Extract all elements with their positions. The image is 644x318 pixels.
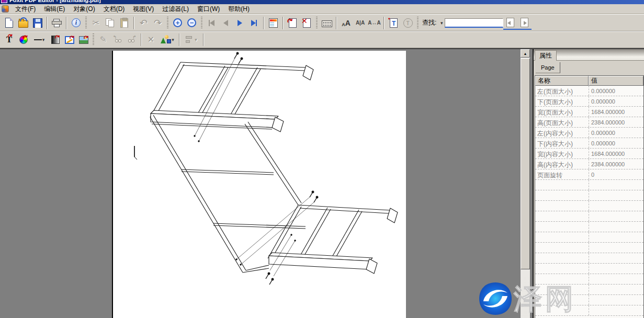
add-shading-button[interactable]: ↷: [48, 33, 62, 47]
column-header-name[interactable]: 名称: [535, 76, 589, 86]
table-row[interactable]: 下(内容大小)0.000000: [535, 138, 643, 149]
toolbar-drag-handle[interactable]: [201, 17, 202, 29]
table-row[interactable]: 左(内容大小)0.000000: [535, 128, 643, 138]
vertical-scrollbar[interactable]: ▲: [521, 49, 530, 318]
prop-value[interactable]: 1684.000000: [589, 107, 643, 117]
cut-button[interactable]: ✂: [89, 16, 103, 30]
table-row[interactable]: 下(页面大小)0.000000: [535, 96, 643, 107]
table-row[interactable]: 宽(内容大小)1684.000000: [535, 149, 643, 159]
edit-image-button[interactable]: ↷: [62, 33, 76, 47]
save-button[interactable]: [30, 16, 44, 30]
table-row-empty[interactable]: [535, 180, 643, 190]
toolbar-drag-handle[interactable]: [417, 17, 419, 29]
char-spacing-button[interactable]: A↔A: [367, 16, 381, 30]
delete-page-button[interactable]: ✕: [300, 16, 314, 30]
document-workspace[interactable]: ▲ 属性 Page 名称 值 左(页面大小)0.000000 下(页面大小)0.…: [0, 48, 644, 318]
group-front-icon: ↱: [127, 36, 137, 44]
last-page-button[interactable]: [247, 16, 261, 30]
menu-object[interactable]: 对象(O): [69, 4, 99, 15]
menu-document[interactable]: 文档(D): [99, 4, 129, 15]
bring-forward-button[interactable]: ↱: [125, 33, 139, 47]
previous-page-button[interactable]: [219, 16, 233, 30]
lasso-edit-button[interactable]: ✎: [96, 33, 110, 47]
table-row-empty[interactable]: [535, 190, 643, 201]
rotate-page-button[interactable]: ↷: [286, 16, 300, 30]
table-row-empty[interactable]: [535, 222, 643, 232]
zoom-out-button[interactable]: −: [185, 16, 199, 30]
table-row-empty[interactable]: [535, 305, 643, 316]
toolbar-drag-handle[interactable]: [85, 17, 87, 29]
add-text-button[interactable]: T↷: [2, 33, 16, 47]
copy-button[interactable]: [103, 16, 117, 30]
red-star-icon: *: [388, 17, 390, 22]
find-dropdown-button[interactable]: ▾: [438, 19, 445, 27]
line-tool-button[interactable]: ▾: [30, 33, 48, 47]
menu-help[interactable]: 帮助(H): [224, 4, 254, 15]
undo-button[interactable]: ↶: [137, 16, 151, 30]
find-previous-button[interactable]: [503, 16, 517, 30]
prop-value[interactable]: 0.000000: [589, 96, 643, 106]
document-info-button[interactable]: i: [69, 16, 83, 30]
add-text-object-button[interactable]: T*: [387, 16, 401, 30]
table-row-empty[interactable]: [535, 211, 643, 222]
find-input[interactable]: [445, 18, 503, 28]
open-button[interactable]: [16, 16, 30, 30]
page-layout-button[interactable]: [266, 16, 280, 30]
menu-window[interactable]: 窗口(W): [193, 4, 224, 15]
add-image-button[interactable]: ↷: [76, 33, 91, 47]
table-row[interactable]: 高(内容大小)2384.000000: [535, 159, 643, 169]
column-header-value[interactable]: 值: [589, 76, 643, 86]
align-button[interactable]: ▾: [182, 33, 201, 47]
first-page-button[interactable]: [205, 16, 219, 30]
font-size-button[interactable]: AA: [339, 16, 353, 30]
scrollbar-thumb[interactable]: [521, 58, 530, 269]
find-next-button[interactable]: [517, 16, 532, 30]
delete-object-button[interactable]: ✕: [144, 33, 158, 47]
panel-title[interactable]: 属性: [535, 50, 557, 61]
table-row-empty[interactable]: [535, 232, 643, 243]
menu-filter[interactable]: 过滤器(L): [158, 4, 193, 15]
prop-value[interactable]: 2384.000000: [589, 117, 643, 127]
table-row-empty[interactable]: [535, 201, 643, 211]
paste-button[interactable]: [117, 16, 131, 30]
prop-value[interactable]: 1684.000000: [589, 149, 643, 158]
document-icon[interactable]: [2, 5, 9, 13]
prop-value[interactable]: 0: [589, 169, 643, 179]
shapes-button[interactable]: ▾: [158, 33, 177, 47]
table-row-empty[interactable]: [535, 274, 643, 285]
menu-view[interactable]: 视图(V): [129, 4, 158, 15]
send-backward-button[interactable]: ↰: [110, 33, 125, 47]
table-row-empty[interactable]: [535, 295, 643, 305]
prop-value[interactable]: 0.000000: [589, 86, 643, 96]
print-button[interactable]: [50, 16, 64, 30]
table-row-empty[interactable]: [535, 243, 643, 253]
char-kerning-button[interactable]: A|A: [353, 16, 367, 30]
pdf-page-canvas[interactable]: [112, 51, 406, 318]
new-document-button[interactable]: [2, 16, 16, 30]
zoom-in-button[interactable]: +: [171, 16, 185, 30]
table-row[interactable]: 宽(页面大小)1684.000000: [535, 107, 643, 117]
redo-button[interactable]: ↷: [151, 16, 165, 30]
prop-value[interactable]: 0.000000: [589, 128, 643, 138]
table-row[interactable]: 页面旋转0: [535, 169, 643, 180]
menu-edit[interactable]: 编辑(E): [40, 4, 69, 15]
scroll-up-button[interactable]: ▲: [521, 49, 530, 58]
prop-value[interactable]: 2384.000000: [589, 159, 643, 169]
next-page-button[interactable]: [233, 16, 247, 30]
table-row-empty[interactable]: [535, 264, 643, 274]
tab-page[interactable]: Page: [536, 62, 560, 73]
table-row-empty[interactable]: [535, 253, 643, 264]
toolbar-drag-handle[interactable]: [93, 33, 94, 46]
add-color-button[interactable]: ↷: [16, 33, 30, 47]
toolbar-drag-handle[interactable]: [167, 17, 168, 29]
table-row[interactable]: 高(页面大小)2384.000000: [535, 117, 643, 128]
keyboard-input-button[interactable]: [320, 16, 334, 30]
table-row-empty[interactable]: [535, 285, 643, 295]
text-mode-button[interactable]: T: [401, 16, 415, 30]
table-row[interactable]: 左(页面大小)0.000000: [535, 86, 643, 96]
blue-t-icon: T: [392, 20, 396, 27]
prop-value[interactable]: 0.000000: [589, 138, 643, 148]
menu-file[interactable]: 文件(F): [11, 4, 40, 15]
toolbar-drag-handle[interactable]: [316, 17, 318, 29]
toolbar-separator: [47, 17, 48, 29]
